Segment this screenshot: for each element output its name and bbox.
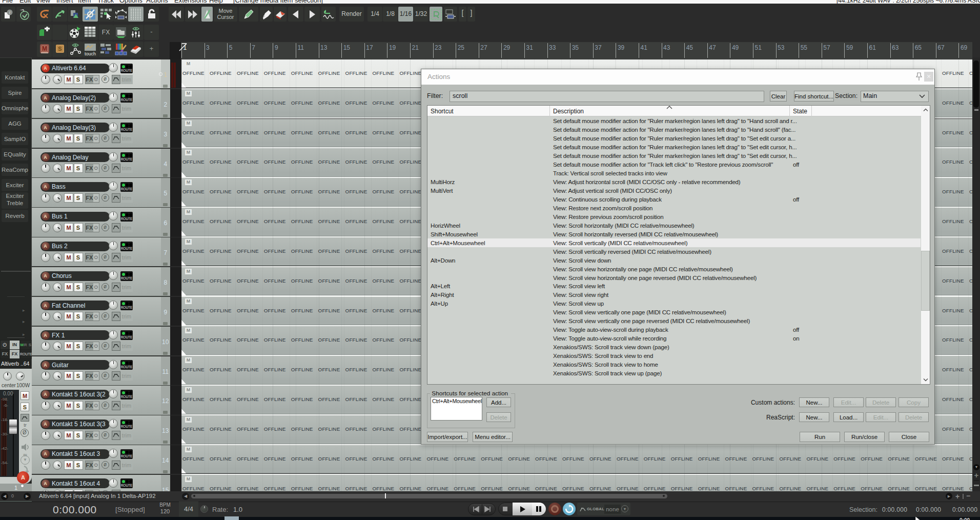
svg-text:touch: touch — [85, 51, 96, 56]
svg-text:M: M — [42, 45, 47, 52]
svg-text:S: S — [58, 46, 62, 52]
svg-text:i: i — [9, 10, 10, 15]
